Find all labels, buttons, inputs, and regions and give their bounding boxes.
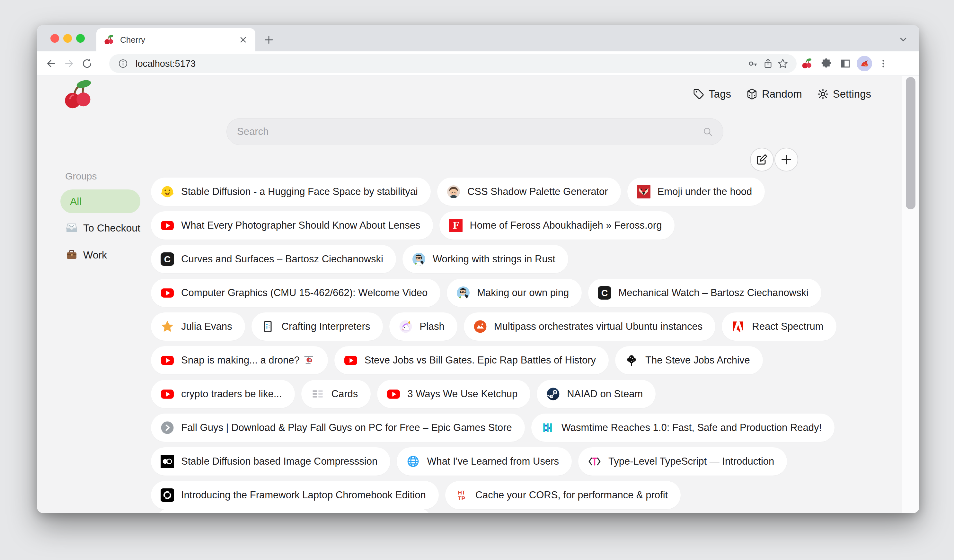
bookmark-pill[interactable]: Julia Evans [151, 313, 245, 341]
cherry-favicon [103, 34, 114, 45]
share-icon[interactable] [761, 56, 775, 71]
bookmark-label: Stable Diffusion - a Hugging Face Space … [181, 186, 418, 198]
edit-bookmarks-button[interactable] [750, 148, 774, 171]
bookmark-label: Crafting Interpreters [282, 321, 370, 332]
bookmark-pill[interactable]: Snap is making... a drone? [151, 346, 328, 374]
bookmark-pill[interactable]: HTTPCache your CORS, for performance & p… [445, 481, 681, 509]
bookmark-pill[interactable]: Plash [389, 313, 457, 341]
sidebar-group-all[interactable]: All [61, 190, 140, 213]
fullscreen-window-button[interactable] [76, 34, 85, 43]
sidebar-group-work[interactable]: Work [65, 249, 107, 261]
svg-text:TP: TP [458, 495, 465, 502]
bookmark-star-icon[interactable] [775, 56, 790, 71]
close-window-button[interactable] [50, 34, 59, 43]
bookmark-pill[interactable]: Making our own ping [447, 279, 582, 307]
search-bar[interactable] [226, 118, 723, 145]
bookmark-label: React Spectrum [752, 321, 823, 332]
nav-tags[interactable]: Tags [692, 88, 731, 100]
site-info-icon[interactable] [115, 56, 130, 71]
bookmark-pill[interactable]: Stable Diffusion based Image Compresssio… [151, 447, 390, 476]
bookmark-label: Home of Feross Aboukhadijeh » Feross.org [469, 219, 662, 231]
page-scrollbar-thumb[interactable] [906, 77, 915, 209]
bookmark-pill[interactable]: NAIAD on Steam [537, 380, 656, 408]
bookmark-pill[interactable]: Emoji under the hood [627, 177, 765, 206]
bookmark-row: Snap is making... a drone?Steve Jobs vs … [151, 346, 763, 374]
bookmark-pill[interactable]: CCurves and Surfaces – Bartosz Ciechanow… [151, 245, 396, 273]
steam-icon [546, 387, 560, 401]
bookmark-pill[interactable]: Stable Diffusion - a Hugging Face Space … [151, 177, 431, 206]
bookmark-pill[interactable]: Fall Guys | Download & Play Fall Guys on… [151, 414, 525, 442]
nav-settings[interactable]: Settings [817, 88, 871, 100]
bookmark-label: Multipass orchestrates virtual Ubuntu in… [494, 321, 703, 332]
bookmark-pill[interactable]: Working with strings in Rust [402, 245, 568, 273]
orange-star-icon [161, 320, 174, 333]
epic-chevron-icon [161, 421, 174, 434]
bookmark-pill[interactable]: The Steve Jobs Archive [615, 346, 763, 374]
close-tab-icon[interactable] [238, 35, 248, 45]
bookmark-pill-partial[interactable] [156, 508, 432, 513]
new-tab-button[interactable] [261, 32, 277, 48]
tab-title: Cherry [120, 35, 238, 45]
helicopter-emoji-icon [303, 354, 315, 366]
side-panel-icon[interactable] [838, 56, 853, 71]
avatar-glasses-icon [412, 252, 426, 266]
bookmark-pill[interactable]: What Every Photographer Should Know Abou… [151, 211, 433, 240]
avatar-glasses-icon [457, 286, 470, 300]
browser-menu-icon[interactable] [876, 56, 891, 71]
bookmark-pill[interactable]: Computer Graphics (CMU 15-462/662): Welc… [151, 279, 440, 307]
bookmark-row: Introducing the Framework Laptop Chromeb… [151, 481, 681, 509]
bookmark-label: Cache your CORS, for performance & profi… [475, 489, 668, 501]
sidebar-group-to-checkout[interactable]: To Checkout [65, 222, 140, 234]
bookmark-pill[interactable]: crypto traders be like... [151, 380, 295, 408]
bookmark-pill[interactable]: Introducing the Framework Laptop Chromeb… [151, 481, 439, 509]
nav-settings-label: Settings [833, 88, 871, 100]
page-scrollbar-track[interactable] [902, 76, 919, 513]
bookmark-pill[interactable]: Multipass orchestrates virtual Ubuntu in… [464, 313, 716, 341]
address-bar[interactable]: localhost:5173 [109, 54, 797, 73]
bookmark-pill[interactable]: What I've Learned from Users [397, 447, 572, 476]
reload-button[interactable] [78, 54, 96, 73]
tab-search-chevron-icon[interactable] [897, 33, 910, 46]
bookmark-pill[interactable]: CSS Shadow Palette Generator [437, 177, 621, 206]
bookmark-row: crypto traders be like...Cards3 Ways We … [151, 380, 656, 408]
bookmark-pill[interactable]: React Spectrum [722, 313, 836, 341]
blue-globe-icon [406, 455, 420, 468]
bookmark-label: Cards [332, 388, 358, 400]
minimize-window-button[interactable] [63, 34, 72, 43]
tab-strip: Cherry [37, 25, 919, 51]
bookmark-pill[interactable]: Crafting Interpreters [251, 313, 383, 341]
password-key-icon[interactable] [746, 56, 761, 71]
bookmark-pill[interactable]: Type-Level TypeScript — Introduction [578, 447, 787, 476]
url-text[interactable]: localhost:5173 [136, 58, 746, 69]
bookmark-pill[interactable]: FHome of Feross Aboukhadijeh » Feross.or… [440, 211, 675, 240]
bookmark-label: Snap is making... a drone? [181, 355, 300, 366]
bookmark-pill[interactable]: Cards [301, 380, 371, 408]
group-to-checkout-label: To Checkout [83, 222, 140, 234]
bookmark-pill[interactable]: CMechanical Watch – Bartosz Ciechanowski [588, 279, 822, 307]
bookmark-label: Wasmtime Reaches 1.0: Fast, Safe and Pro… [561, 422, 822, 434]
pixel-tree-icon [625, 353, 638, 367]
bookmark-label: Type-Level TypeScript — Introduction [608, 456, 774, 467]
browser-window: Cherry [37, 25, 919, 513]
cherry-extension-icon[interactable] [800, 56, 814, 71]
profile-avatar[interactable] [857, 56, 872, 71]
youtube-icon [161, 219, 174, 232]
bookmark-label: The Steve Jobs Archive [645, 355, 750, 366]
letter-icon: F [449, 219, 463, 232]
bookmark-row: Stable Diffusion - a Hugging Face Space … [151, 177, 765, 206]
browser-toolbar: localhost:5173 [37, 51, 919, 76]
extensions-puzzle-icon[interactable] [819, 56, 834, 71]
bookmark-pill[interactable]: 3 Ways We Use Ketchup [377, 380, 530, 408]
bookmark-pill[interactable]: Wasmtime Reaches 1.0: Fast, Safe and Pro… [531, 414, 834, 442]
tab-cherry[interactable]: Cherry [97, 28, 256, 51]
search-input[interactable] [236, 126, 702, 138]
bookmark-pill[interactable]: Steve Jobs vs Bill Gates. Epic Rap Battl… [334, 346, 609, 374]
forward-button[interactable] [60, 54, 78, 73]
groups-title: Groups [65, 171, 97, 182]
nav-random[interactable]: Random [746, 88, 802, 100]
back-button[interactable] [42, 54, 60, 73]
add-bookmark-button[interactable] [775, 148, 798, 171]
tag-icon [692, 88, 705, 100]
unicorn-emoji-icon [399, 320, 412, 333]
youtube-icon [344, 353, 357, 367]
